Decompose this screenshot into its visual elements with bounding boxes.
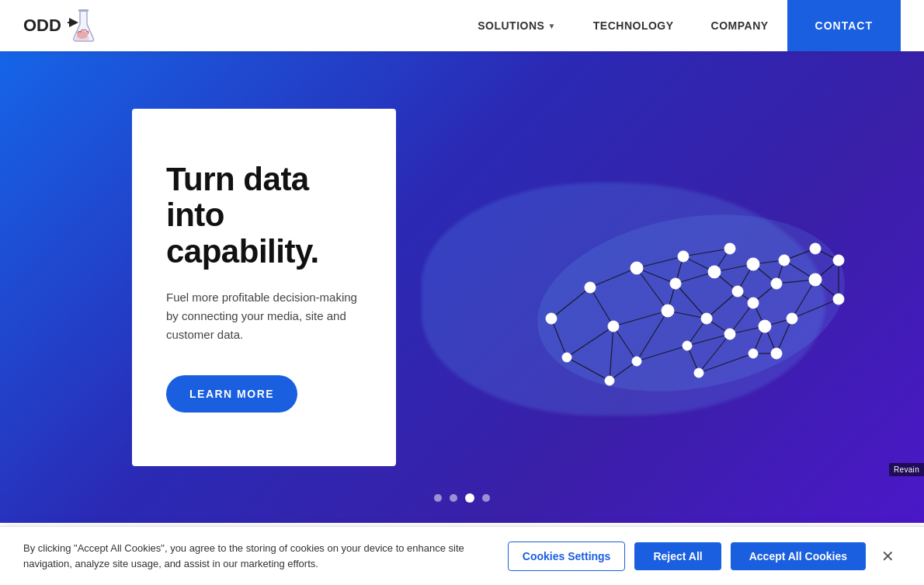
svg-point-67	[670, 278, 681, 289]
nav-item-solutions[interactable]: SOLUTIONS ▼	[459, 0, 575, 51]
svg-point-77	[748, 298, 759, 308]
svg-point-65	[632, 357, 641, 366]
svg-point-81	[771, 348, 782, 359]
svg-point-72	[708, 266, 721, 278]
svg-point-64	[630, 262, 643, 274]
svg-point-61	[562, 353, 571, 362]
solutions-label: SOLUTIONS	[478, 19, 544, 32]
nav-item-contact[interactable]: CONTACT	[787, 0, 901, 51]
hero-pagination	[434, 493, 490, 503]
svg-point-70	[694, 368, 703, 378]
svg-point-60	[585, 282, 596, 293]
company-label: COMPANY	[711, 19, 769, 32]
logo-flask-icon	[68, 9, 97, 43]
hero-section: Turn data into capability. Fuel more pro…	[0, 51, 924, 523]
navbar: ODD SOLUTIONS ▼ TECHNOLOGY	[0, 0, 924, 51]
svg-point-87	[833, 294, 844, 305]
svg-point-69	[683, 341, 692, 350]
svg-rect-1	[78, 9, 89, 12]
dot-4[interactable]	[482, 494, 490, 502]
nav-menu: SOLUTIONS ▼ TECHNOLOGY COMPANY CONTACT	[459, 0, 901, 51]
svg-point-80	[771, 278, 782, 289]
svg-point-73	[724, 243, 735, 254]
svg-point-75	[732, 286, 743, 297]
logo-text: ODD	[23, 16, 61, 36]
svg-point-78	[749, 349, 758, 358]
revain-watermark: Revain	[889, 463, 924, 476]
svg-point-3	[523, 191, 859, 413]
svg-point-63	[605, 376, 614, 385]
nav-item-company[interactable]: COMPANY	[693, 0, 787, 51]
svg-point-62	[608, 321, 619, 332]
contact-label: CONTACT	[815, 19, 873, 32]
svg-point-71	[701, 313, 712, 324]
hero-title: Turn data into capability.	[166, 162, 362, 270]
svg-point-66	[662, 305, 674, 317]
nav-item-technology[interactable]: TECHNOLOGY	[575, 0, 693, 51]
hero-description: Fuel more profitable decision-making by …	[166, 288, 362, 344]
dot-2[interactable]	[450, 494, 457, 502]
svg-point-86	[833, 255, 844, 266]
learn-more-button[interactable]: LEARN MORE	[166, 375, 297, 413]
logo[interactable]: ODD	[23, 9, 97, 43]
svg-point-59	[546, 313, 557, 324]
hero-card: Turn data into capability. Fuel more pro…	[132, 109, 396, 466]
svg-point-85	[809, 273, 822, 286]
svg-point-79	[759, 320, 771, 333]
chevron-down-icon: ▼	[547, 22, 555, 30]
svg-point-82	[779, 255, 790, 266]
svg-point-74	[724, 329, 735, 340]
svg-point-76	[747, 258, 759, 270]
hero-network-graph	[489, 148, 877, 427]
svg-point-83	[787, 313, 797, 324]
svg-point-68	[678, 251, 689, 262]
dot-3[interactable]	[465, 493, 474, 503]
dot-1[interactable]	[434, 494, 442, 502]
svg-point-84	[810, 243, 821, 254]
technology-label: TECHNOLOGY	[593, 19, 674, 32]
